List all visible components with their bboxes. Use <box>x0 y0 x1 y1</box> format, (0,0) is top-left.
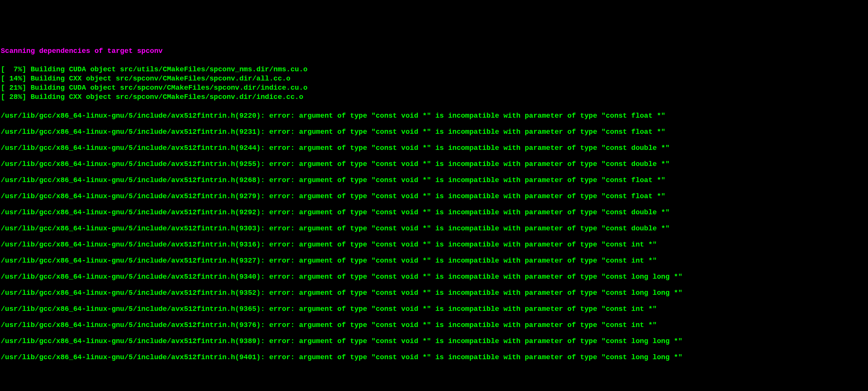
build-progress-lines: [ 7%] Building CUDA object src/utils/CMa… <box>1 65 867 102</box>
build-percent: [ 21%] <box>1 84 26 92</box>
compiler-error-line: /usr/lib/gcc/x86_64-linux-gnu/5/include/… <box>1 256 867 266</box>
compiler-error-line: /usr/lib/gcc/x86_64-linux-gnu/5/include/… <box>1 176 867 185</box>
compiler-error-line: /usr/lib/gcc/x86_64-linux-gnu/5/include/… <box>1 128 867 137</box>
build-text: Building CXX object src/spconv/CMakeFile… <box>26 93 304 101</box>
build-line: [ 7%] Building CUDA object src/utils/CMa… <box>1 65 867 74</box>
build-percent: [ 7%] <box>1 66 26 74</box>
compiler-error-line: /usr/lib/gcc/x86_64-linux-gnu/5/include/… <box>1 240 867 250</box>
build-text: Building CUDA object src/spconv/CMakeFil… <box>26 84 308 92</box>
build-line: [ 14%] Building CXX object src/spconv/CM… <box>1 74 867 84</box>
compiler-error-line: /usr/lib/gcc/x86_64-linux-gnu/5/include/… <box>1 321 867 330</box>
compiler-error-line: /usr/lib/gcc/x86_64-linux-gnu/5/include/… <box>1 144 867 153</box>
compiler-error-line: /usr/lib/gcc/x86_64-linux-gnu/5/include/… <box>1 192 867 201</box>
build-percent: [ 14%] <box>1 75 26 83</box>
compiler-error-line: /usr/lib/gcc/x86_64-linux-gnu/5/include/… <box>1 353 867 362</box>
scanning-header: Scanning dependencies of target spconv <box>1 47 867 56</box>
compiler-error-line: /usr/lib/gcc/x86_64-linux-gnu/5/include/… <box>1 337 867 346</box>
compiler-error-line: /usr/lib/gcc/x86_64-linux-gnu/5/include/… <box>1 273 867 282</box>
compiler-error-line: /usr/lib/gcc/x86_64-linux-gnu/5/include/… <box>1 208 867 217</box>
compiler-error-line: /usr/lib/gcc/x86_64-linux-gnu/5/include/… <box>1 305 867 314</box>
terminal-output: Scanning dependencies of target spconv [… <box>1 38 867 371</box>
build-line: [ 28%] Building CXX object src/spconv/CM… <box>1 93 867 102</box>
build-text: Building CXX object src/spconv/CMakeFile… <box>26 75 290 83</box>
build-percent: [ 28%] <box>1 93 26 101</box>
compiler-error-line: /usr/lib/gcc/x86_64-linux-gnu/5/include/… <box>1 160 867 169</box>
compiler-errors: /usr/lib/gcc/x86_64-linux-gnu/5/include/… <box>1 112 867 363</box>
build-line: [ 21%] Building CUDA object src/spconv/C… <box>1 84 867 93</box>
compiler-error-line: /usr/lib/gcc/x86_64-linux-gnu/5/include/… <box>1 112 867 121</box>
build-text: Building CUDA object src/utils/CMakeFile… <box>26 66 308 74</box>
compiler-error-line: /usr/lib/gcc/x86_64-linux-gnu/5/include/… <box>1 224 867 233</box>
compiler-error-line: /usr/lib/gcc/x86_64-linux-gnu/5/include/… <box>1 289 867 298</box>
